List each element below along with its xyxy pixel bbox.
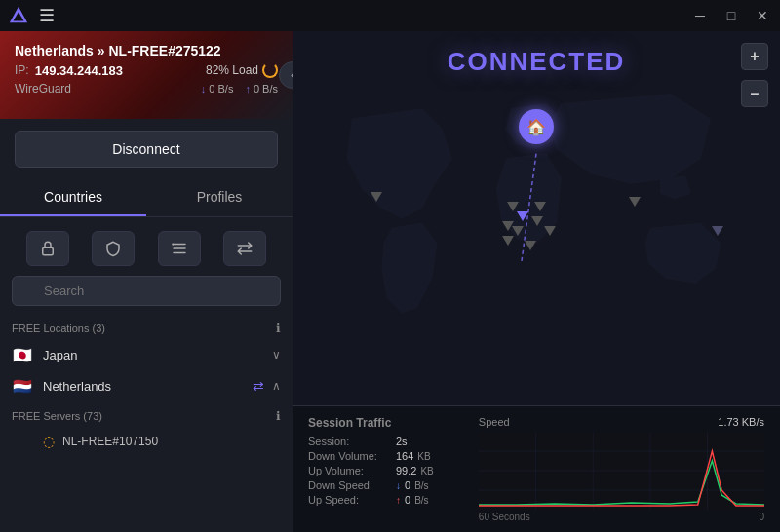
chart-speed-value: 1.73 KB/s xyxy=(718,416,764,428)
stat-row-down-vol: Down Volume: 164 KB xyxy=(308,450,467,462)
home-pin: 🏠 xyxy=(519,109,554,144)
list-item[interactable]: 🇯🇵 Japan ∨ xyxy=(12,339,281,370)
minimize-button[interactable]: ─ xyxy=(690,6,710,25)
stat-row-down-speed: Down Speed: ↓ 0 B/s xyxy=(308,479,467,491)
shield-icon xyxy=(104,240,122,257)
chart-container: Speed 1.73 KB/s xyxy=(479,416,764,522)
netherlands-actions: ⇄ ∧ xyxy=(253,378,281,394)
stat-row-up-vol: Up Volume: 99.2 KB xyxy=(308,465,467,476)
svg-rect-2 xyxy=(43,247,54,255)
netherlands-flag: 🇳🇱 xyxy=(12,378,33,394)
collapse-button[interactable]: ‹ xyxy=(279,61,292,89)
down-volume-value: 164 KB xyxy=(396,450,431,462)
marker-europe-2 xyxy=(534,202,546,211)
server-list: FREE Locations (3) ℹ 🇯🇵 Japan ∨ 🇳🇱 Nethe… xyxy=(0,316,292,532)
up-speed: ↑ 0 B/s xyxy=(245,83,278,95)
lock-icon-button[interactable] xyxy=(26,231,69,266)
chart-time-start: 60 Seconds xyxy=(479,512,530,522)
up-volume-label: Up Volume: xyxy=(308,465,396,476)
menu-icon[interactable]: ☰ xyxy=(39,5,55,26)
marker-asia-1 xyxy=(629,197,641,207)
list-icon-button[interactable] xyxy=(158,231,201,266)
maximize-button[interactable]: □ xyxy=(722,6,741,25)
protocol-label: WireGuard xyxy=(15,82,71,95)
right-panel: CONNECTED xyxy=(292,31,780,532)
stat-row-session: Session: 2s xyxy=(308,436,467,447)
titlebar: ☰ ─ □ ✕ xyxy=(0,0,780,31)
svg-rect-4 xyxy=(173,247,186,249)
info-icon[interactable]: ℹ xyxy=(276,322,281,335)
up-volume-value: 99.2 KB xyxy=(396,465,434,476)
marker-europe-9 xyxy=(507,202,519,211)
app-logo xyxy=(8,5,29,26)
search-input[interactable] xyxy=(12,276,281,306)
tab-countries[interactable]: Countries xyxy=(0,179,146,216)
loading-icon: ◌ xyxy=(43,434,55,449)
load-circle xyxy=(262,62,278,78)
zoom-minus-button[interactable]: – xyxy=(741,80,768,107)
search-row: 🔍 xyxy=(0,276,292,316)
marker-us-1 xyxy=(370,192,382,202)
left-panel: Netherlands » NL-FREE#275122 IP: 149.34.… xyxy=(0,31,292,532)
down-speed-label: Down Speed: xyxy=(308,479,396,491)
sub-server-name: NL-FREE#107150 xyxy=(62,435,281,448)
ip-row: IP: 149.34.244.183 82% Load xyxy=(15,62,278,78)
free-servers-info-icon[interactable]: ℹ xyxy=(276,409,281,423)
free-locations-label: FREE Locations (3) xyxy=(12,323,105,334)
list-icon xyxy=(171,240,188,257)
svg-rect-5 xyxy=(173,252,186,254)
netherlands-server-name: Netherlands xyxy=(43,379,253,394)
chart-footer: 60 Seconds 0 xyxy=(479,512,764,522)
arrows-icon-button[interactable] xyxy=(223,231,266,266)
down-speed-value: ↓ 0 B/s xyxy=(396,479,429,491)
lock-icon xyxy=(39,240,57,257)
chart-header: Speed 1.73 KB/s xyxy=(479,416,764,428)
free-locations-header: FREE Locations (3) ℹ xyxy=(12,316,281,339)
list-item[interactable]: 🇳🇱 Netherlands ⇄ ∧ xyxy=(12,370,281,401)
main-content: Netherlands » NL-FREE#275122 IP: 149.34.… xyxy=(0,31,780,532)
ip-value: 149.34.244.183 xyxy=(35,63,123,78)
svg-point-6 xyxy=(172,243,174,245)
marker-europe-7 xyxy=(502,236,514,246)
stat-row-up-speed: Up Speed: ↑ 0 B/s xyxy=(308,494,467,506)
down-volume-label: Down Volume: xyxy=(308,450,396,462)
session-traffic-label: Session Traffic xyxy=(308,416,467,430)
session-value: 2s xyxy=(396,436,408,447)
list-item[interactable]: ◌ NL-FREE#107150 xyxy=(12,427,281,456)
zoom-in-button[interactable]: + xyxy=(741,43,768,70)
icon-row xyxy=(0,225,292,276)
hero-banner: Netherlands » NL-FREE#275122 IP: 149.34.… xyxy=(0,31,292,119)
japan-server-name: Japan xyxy=(43,348,272,362)
marker-europe-6 xyxy=(525,241,536,250)
japan-flag: 🇯🇵 xyxy=(12,347,33,362)
chart-speed-label: Speed xyxy=(479,416,510,428)
map-container: 🏠 + – xyxy=(292,31,780,405)
tab-profiles[interactable]: Profiles xyxy=(146,179,292,216)
free-servers-label: FREE Servers (73) xyxy=(12,410,102,422)
chevron-up-icon: ∧ xyxy=(272,379,281,393)
marker-europe-1 xyxy=(517,211,528,221)
disconnect-button[interactable]: Disconnect xyxy=(15,131,278,168)
marker-europe-8 xyxy=(502,221,514,231)
shield-icon-button[interactable] xyxy=(92,231,135,266)
chart-time-end: 0 xyxy=(759,512,764,522)
svg-rect-3 xyxy=(173,244,186,246)
chart-area xyxy=(479,432,764,510)
marker-right-1 xyxy=(712,226,723,236)
stats-panel: Session Traffic Session: 2s Down Volume:… xyxy=(292,405,780,532)
connected-label: CONNECTED xyxy=(448,47,626,77)
disconnect-section: Disconnect xyxy=(0,119,292,179)
protocol-row: WireGuard ↓ 0 B/s ↑ 0 B/s xyxy=(15,82,278,95)
marker-europe-5 xyxy=(544,226,556,236)
chevron-down-icon: ∨ xyxy=(272,348,281,361)
titlebar-left: ☰ xyxy=(8,5,55,26)
sync-icon[interactable]: ⇄ xyxy=(253,378,264,394)
ip-label: IP: xyxy=(15,63,29,77)
down-speed: ↓ 0 B/s xyxy=(201,83,234,95)
close-button[interactable]: ✕ xyxy=(753,6,772,25)
titlebar-controls: ─ □ ✕ xyxy=(690,6,772,25)
speeds: ↓ 0 B/s ↑ 0 B/s xyxy=(201,83,278,95)
server-name: Netherlands » NL-FREE#275122 xyxy=(15,43,278,58)
japan-actions: ∨ xyxy=(272,348,281,361)
load-indicator: 82% Load xyxy=(206,62,278,78)
